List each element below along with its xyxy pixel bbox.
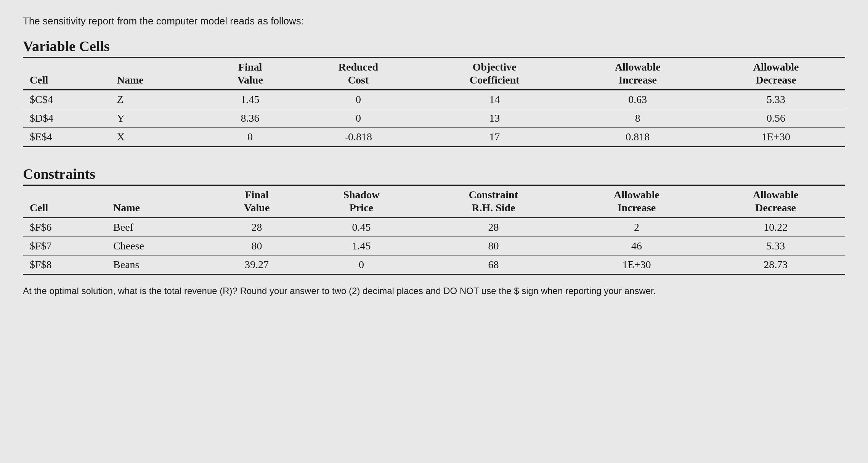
- vc-cell-1: $D$4: [23, 109, 110, 128]
- con-adec-1: 5.33: [706, 237, 845, 256]
- vc-adec-1: 0.56: [707, 109, 845, 128]
- vc-name-2: X: [110, 128, 204, 147]
- con-header-cell: Cell: [23, 201, 106, 218]
- table-row: $C$4 Z 1.45 0 14 0.63 5.33: [23, 90, 845, 109]
- con-ainc-0: 2: [567, 218, 706, 237]
- con-header-rhs-line1: Constraint: [420, 185, 567, 201]
- vc-obj-2: 17: [420, 128, 568, 147]
- con-rhs-2: 68: [420, 256, 567, 275]
- con-header-adec-line2: Decrease: [706, 201, 845, 218]
- con-header-name: Name: [106, 201, 211, 218]
- con-ainc-2: 1E+30: [567, 256, 706, 275]
- con-shadow-0: 0.45: [303, 218, 420, 237]
- vc-final-2: 0: [204, 128, 296, 147]
- vc-header-final-line1: Final: [204, 58, 296, 74]
- con-adec-0: 10.22: [706, 218, 845, 237]
- con-final-1: 80: [211, 237, 303, 256]
- con-cell-2: $F$8: [23, 256, 106, 275]
- con-header-cell-line1: [23, 185, 106, 201]
- con-rhs-1: 80: [420, 237, 567, 256]
- vc-reduced-1: 0: [296, 109, 421, 128]
- vc-cell-0: $C$4: [23, 90, 110, 109]
- vc-cell-2: $E$4: [23, 128, 110, 147]
- con-shadow-1: 1.45: [303, 237, 420, 256]
- con-header-adec-line1: Allowable: [706, 185, 845, 201]
- con-header-final-line1: Final: [211, 185, 303, 201]
- vc-final-1: 8.36: [204, 109, 296, 128]
- vc-name-0: Z: [110, 90, 204, 109]
- table-row: $D$4 Y 8.36 0 13 8 0.56: [23, 109, 845, 128]
- vc-header-adec-line2: Decrease: [707, 73, 845, 90]
- vc-adec-2: 1E+30: [707, 128, 845, 147]
- con-name-1: Cheese: [106, 237, 211, 256]
- vc-header-obj-line2: Coefficient: [420, 73, 568, 90]
- constraints-table: Final Shadow Constraint Allowable Allowa…: [23, 185, 845, 275]
- con-cell-0: $F$6: [23, 218, 106, 237]
- vc-reduced-0: 0: [296, 90, 421, 109]
- table-row: $F$6 Beef 28 0.45 28 2 10.22: [23, 218, 845, 237]
- vc-header-ainc-line1: Allowable: [568, 58, 707, 74]
- table-row: $E$4 X 0 -0.818 17 0.818 1E+30: [23, 128, 845, 147]
- vc-obj-0: 14: [420, 90, 568, 109]
- vc-final-0: 1.45: [204, 90, 296, 109]
- variable-cells-table: Final Reduced Objective Allowable Allowa…: [23, 57, 845, 147]
- vc-header-cell: Cell: [23, 73, 110, 90]
- table-row: $F$8 Beans 39.27 0 68 1E+30 28.73: [23, 256, 845, 275]
- vc-header-final-line2: Value: [204, 73, 296, 90]
- con-final-2: 39.27: [211, 256, 303, 275]
- con-name-0: Beef: [106, 218, 211, 237]
- intro-text: The sensitivity report from the computer…: [23, 15, 845, 27]
- con-header-shadow-line1: Shadow: [303, 185, 420, 201]
- vc-ainc-1: 8: [568, 109, 707, 128]
- con-shadow-2: 0: [303, 256, 420, 275]
- vc-header-reduced-line2: Cost: [296, 73, 421, 90]
- table-row: $F$7 Cheese 80 1.45 80 46 5.33: [23, 237, 845, 256]
- variable-cells-title: Variable Cells: [23, 38, 845, 55]
- con-ainc-1: 46: [567, 237, 706, 256]
- vc-header-obj-line1: Objective: [420, 58, 568, 74]
- vc-header-adec-line1: Allowable: [707, 58, 845, 74]
- vc-header-cell-line1: [23, 58, 110, 74]
- con-header-ainc-line2: Increase: [567, 201, 706, 218]
- con-adec-2: 28.73: [706, 256, 845, 275]
- footer-text: At the optimal solution, what is the tot…: [23, 284, 845, 298]
- con-header-final-line2: Value: [211, 201, 303, 218]
- vc-header-name-line1: [110, 58, 204, 74]
- section-gap: [23, 150, 845, 166]
- vc-name-1: Y: [110, 109, 204, 128]
- con-header-shadow-line2: Price: [303, 201, 420, 218]
- con-header-name-line1: [106, 185, 211, 201]
- constraints-title: Constraints: [23, 166, 845, 182]
- con-rhs-0: 28: [420, 218, 567, 237]
- vc-adec-0: 5.33: [707, 90, 845, 109]
- con-cell-1: $F$7: [23, 237, 106, 256]
- vc-header-ainc-line2: Increase: [568, 73, 707, 90]
- con-final-0: 28: [211, 218, 303, 237]
- vc-header-name: Name: [110, 73, 204, 90]
- con-name-2: Beans: [106, 256, 211, 275]
- vc-obj-1: 13: [420, 109, 568, 128]
- vc-reduced-2: -0.818: [296, 128, 421, 147]
- vc-ainc-2: 0.818: [568, 128, 707, 147]
- con-header-ainc-line1: Allowable: [567, 185, 706, 201]
- vc-ainc-0: 0.63: [568, 90, 707, 109]
- con-header-rhs-line2: R.H. Side: [420, 201, 567, 218]
- vc-header-reduced-line1: Reduced: [296, 58, 421, 74]
